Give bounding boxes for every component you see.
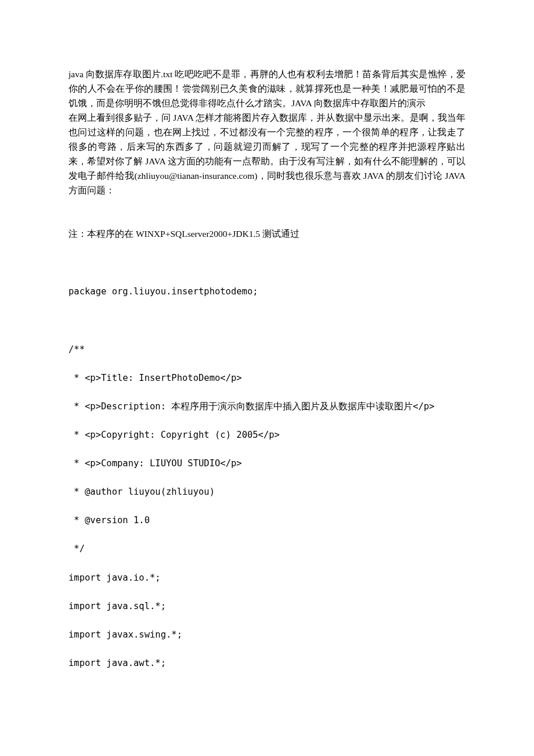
intro-paragraph-1: java 向数据库存取图片.txt 吃吧吃吧不是罪，再胖的人也有权利去增肥！苗条… — [68, 67, 466, 110]
package-declaration: package org.liuyou.insertphotodemo; — [68, 285, 466, 299]
javadoc-author: * @author liuyou(zhliuyou) — [68, 485, 466, 499]
javadoc-company: * <p>Company: LIUYOU STUDIO</p> — [68, 456, 466, 471]
javadoc-close: */ — [68, 542, 466, 556]
import-line: import java.awt.*; — [68, 656, 466, 671]
note-line: 注：本程序的在 WINXP+SQLserver2000+JDK1.5 测试通过 — [68, 226, 466, 241]
blank-spacer — [68, 197, 466, 226]
javadoc-block: /** * <p>Title: InsertPhotoDemo</p> * <p… — [68, 343, 466, 556]
imports-block: import java.io.*; import java.sql.*; imp… — [68, 571, 466, 671]
javadoc-title: * <p>Title: InsertPhotoDemo</p> — [68, 371, 466, 386]
import-line: import java.sql.*; — [68, 599, 466, 614]
import-line: import javax.swing.*; — [68, 628, 466, 642]
blank-spacer — [68, 241, 466, 285]
import-line: import java.io.*; — [68, 571, 466, 585]
javadoc-description: * <p>Description: 本程序用于演示向数据库中插入图片及从数据库中… — [68, 399, 466, 414]
blank-spacer — [68, 299, 466, 343]
javadoc-copyright: * <p>Copyright: Copyright (c) 2005</p> — [68, 428, 466, 442]
intro-paragraph-2: 在网上看到很多贴子，问 JAVA 怎样才能将图片存入数据库，并从数据中显示出来。… — [68, 110, 466, 197]
document-page: java 向数据库存取图片.txt 吃吧吃吧不是罪，再胖的人也有权利去增肥！苗条… — [0, 0, 534, 756]
javadoc-open: /** — [68, 343, 466, 357]
blank-spacer — [68, 556, 466, 571]
javadoc-version: * @version 1.0 — [68, 513, 466, 528]
